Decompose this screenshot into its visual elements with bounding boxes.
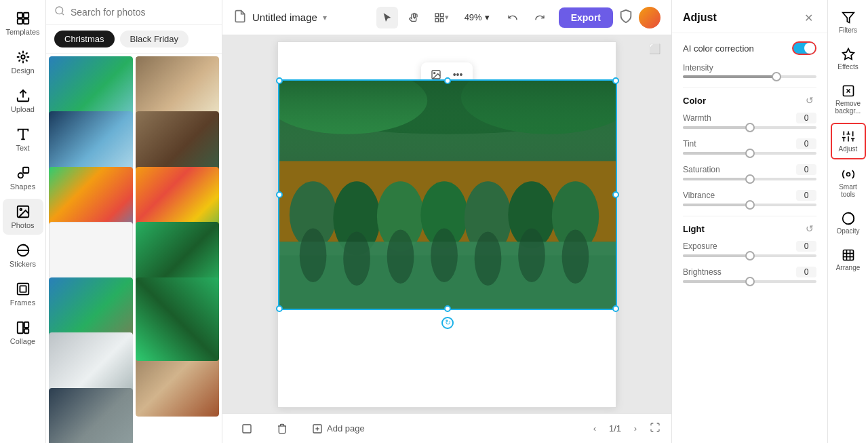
remove-bg-label: Remove backgr... (833, 100, 863, 115)
adjust-panel: Adjust ✕ AI color correction Intensity C… (671, 0, 827, 443)
next-page-button[interactable]: › (627, 420, 644, 438)
brightness-slider-row: Brightness 0 (683, 267, 816, 283)
document-title: Untitled image (252, 12, 317, 23)
warmth-value: 0 (796, 113, 816, 123)
color-reset-button[interactable]: ↺ (803, 94, 816, 107)
shapes-icon (16, 166, 31, 180)
svg-point-44 (431, 228, 458, 282)
photo-grid (46, 54, 222, 443)
warmth-slider-row: Warmth 0 (683, 113, 816, 129)
exposure-slider-row: Exposure 0 (683, 241, 816, 257)
sidebar-item-design[interactable]: Design (3, 44, 43, 80)
opacity-icon (842, 212, 855, 225)
handle-top-left[interactable] (276, 77, 283, 84)
filters-icon (842, 11, 855, 24)
svg-point-4 (21, 55, 25, 59)
redo-button[interactable] (529, 7, 551, 28)
intensity-slider[interactable] (683, 75, 816, 78)
design-icon (16, 50, 31, 64)
title-chevron-icon: ▾ (323, 13, 327, 22)
undo-button[interactable] (502, 7, 524, 28)
search-input[interactable] (71, 7, 214, 18)
sidebar-item-upload[interactable]: Upload (3, 83, 43, 119)
vibrance-slider-row: Vibrance 0 (683, 190, 816, 206)
sidebar-item-arrange[interactable]: Arrange (831, 243, 866, 277)
delete-button[interactable] (269, 421, 296, 437)
svg-rect-30 (279, 81, 616, 161)
brightness-slider[interactable] (683, 280, 816, 283)
svg-point-8 (18, 173, 22, 178)
tag-blackfriday[interactable]: Black Friday (120, 31, 189, 47)
page-icon-button[interactable] (233, 421, 260, 437)
close-button[interactable]: ✕ (800, 9, 816, 26)
left-sidebar: Templates Design Upload Text Shapes Phot… (0, 0, 46, 443)
select-tool-button[interactable] (376, 7, 398, 28)
sidebar-item-adjust[interactable]: Adjust (831, 123, 866, 159)
rotate-handle[interactable]: ↻ (441, 317, 454, 329)
avatar[interactable] (639, 7, 660, 28)
warmth-slider[interactable] (683, 126, 816, 129)
adjust-title: Adjust (683, 12, 717, 24)
handle-bottom-left[interactable] (276, 305, 283, 312)
exposure-slider[interactable] (683, 254, 816, 257)
text-icon (16, 127, 31, 142)
vibrance-slider[interactable] (683, 204, 816, 206)
sidebar-item-remove-bg[interactable]: Remove backgr... (831, 79, 866, 120)
svg-point-42 (343, 231, 370, 285)
sidebar-item-effects[interactable]: Effects (831, 42, 866, 76)
svg-rect-13 (17, 284, 28, 295)
sidebar-item-stickers[interactable]: Stickers (3, 237, 43, 273)
view-options-button[interactable]: ▾ (431, 7, 452, 28)
svg-rect-67 (843, 250, 853, 261)
zoom-button[interactable]: 49% ▾ (458, 9, 496, 25)
tint-slider-row: Tint 0 (683, 138, 816, 155)
canvas-image[interactable] (279, 81, 616, 309)
handle-top-center[interactable] (444, 77, 451, 84)
handle-bottom-center[interactable] (444, 305, 451, 312)
svg-point-46 (518, 228, 545, 282)
top-bar: Untitled image ▾ ▾ 49% ▾ (222, 0, 671, 35)
sidebar-item-photos[interactable]: Photos (3, 199, 43, 235)
handle-bottom-right[interactable] (612, 305, 619, 312)
sidebar-item-templates[interactable]: Templates (3, 5, 43, 41)
sidebar-item-shapes[interactable]: Shapes (3, 160, 43, 196)
tint-label: Tint (683, 139, 696, 149)
divider-2 (683, 216, 816, 216)
svg-rect-22 (440, 18, 443, 22)
sidebar-item-filters[interactable]: Filters (831, 5, 866, 39)
sidebar-item-smart-tools[interactable]: Smart tools (831, 162, 866, 204)
intensity-slider-row: Intensity (683, 63, 816, 78)
saturation-value: 0 (796, 164, 816, 175)
svg-rect-0 (17, 13, 22, 18)
canvas-page: ••• (277, 41, 616, 408)
svg-rect-23 (435, 18, 439, 22)
sidebar-item-opacity[interactable]: Opacity (831, 206, 866, 240)
tag-christmas[interactable]: Christmas (54, 31, 115, 47)
collage-icon (16, 320, 31, 335)
list-item[interactable] (136, 277, 220, 362)
tint-value: 0 (796, 138, 816, 149)
page-indicator: 1/1 (609, 423, 621, 434)
brightness-label: Brightness (683, 267, 722, 277)
saturation-slider[interactable] (683, 178, 816, 180)
sidebar-item-frames[interactable]: Frames (3, 276, 43, 312)
sidebar-item-collage[interactable]: Collage (3, 315, 43, 351)
tint-slider[interactable] (683, 152, 816, 155)
templates-label: Templates (5, 28, 39, 36)
sidebar-item-text[interactable]: Text (3, 121, 43, 157)
prev-page-button[interactable]: ‹ (586, 420, 604, 438)
list-item[interactable] (49, 388, 133, 443)
effects-icon (842, 47, 855, 61)
ai-color-correction-row: AI color correction (683, 41, 816, 55)
ai-color-correction-toggle[interactable] (792, 41, 816, 55)
light-reset-button[interactable]: ↺ (803, 222, 816, 235)
handle-top-right[interactable] (612, 77, 619, 84)
export-button[interactable]: Export (559, 7, 613, 28)
handle-middle-left[interactable] (276, 191, 283, 198)
brightness-value: 0 (796, 267, 816, 277)
svg-point-41 (300, 228, 327, 282)
hand-tool-button[interactable] (403, 7, 425, 28)
handle-middle-right[interactable] (612, 191, 619, 198)
add-page-button[interactable]: Add page (304, 421, 373, 437)
canvas-area: Untitled image ▾ ▾ 49% ▾ (222, 0, 671, 443)
